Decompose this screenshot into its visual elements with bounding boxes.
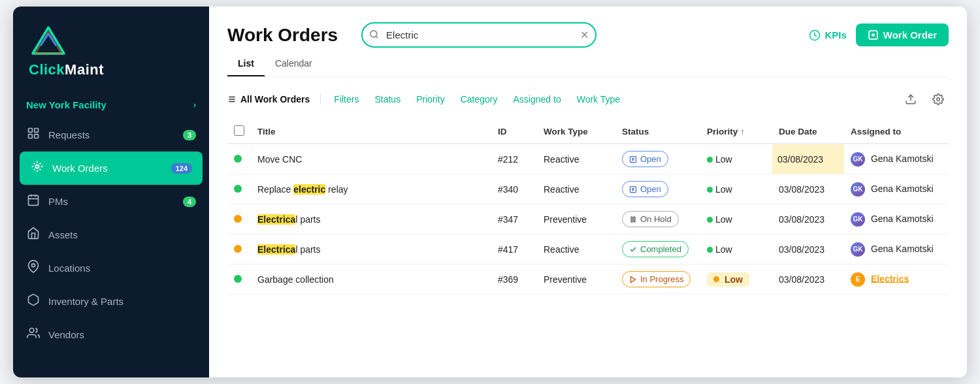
row-checkbox-cell bbox=[227, 204, 251, 234]
filter-btn-filters[interactable]: Filters bbox=[326, 91, 367, 107]
row-indicator bbox=[234, 185, 242, 193]
requests-badge: 3 bbox=[183, 130, 196, 140]
vendors-label: Vendors bbox=[48, 329, 84, 340]
nav-item-assets[interactable]: Assets bbox=[13, 218, 209, 251]
row-id-cell: #212 bbox=[491, 144, 537, 174]
pms-badge: 4 bbox=[183, 197, 196, 207]
row-status-cell: On Hold bbox=[615, 204, 700, 234]
top-right-actions: KPIs Work Order bbox=[809, 24, 949, 46]
row-priority-cell: Low bbox=[700, 234, 772, 264]
settings-icon[interactable] bbox=[928, 89, 949, 110]
col-status: Status bbox=[615, 120, 700, 144]
filter-btn-priority[interactable]: Priority bbox=[408, 91, 453, 107]
tabs-row: List Calendar bbox=[227, 54, 949, 77]
work-orders-icon bbox=[30, 160, 44, 176]
row-checkbox-cell bbox=[227, 174, 251, 204]
tab-calendar[interactable]: Calendar bbox=[265, 54, 323, 76]
nav-item-work-orders[interactable]: Work Orders 124 bbox=[20, 152, 203, 185]
filter-btn-worktype[interactable]: Work Type bbox=[569, 91, 628, 107]
col-title: Title bbox=[251, 120, 491, 144]
row-priority-cell: Low bbox=[700, 144, 772, 174]
avatar: GK bbox=[851, 242, 865, 257]
row-title-cell: Replace electric relay bbox=[251, 174, 491, 204]
requests-label: Requests bbox=[48, 129, 90, 140]
all-work-orders-filter[interactable]: All Work Orders bbox=[227, 94, 321, 104]
export-icon[interactable] bbox=[900, 89, 921, 110]
work-orders-table: Title ID Work Type Status Priority ↑ Due… bbox=[227, 120, 949, 295]
work-orders-badge: 124 bbox=[171, 163, 192, 174]
select-all-checkbox[interactable] bbox=[234, 125, 244, 136]
logo-maint: Maint bbox=[65, 61, 104, 78]
row-indicator bbox=[234, 275, 242, 283]
main-content: Work Orders ✕ KPIs Work Order bbox=[209, 7, 967, 377]
tab-list[interactable]: List bbox=[227, 54, 265, 76]
status-badge: Completed bbox=[622, 241, 689, 257]
table-row: Electrical parts #347 Preventive On Hold… bbox=[227, 204, 949, 234]
nav-item-vendors[interactable]: Vendors bbox=[13, 318, 209, 351]
col-priority[interactable]: Priority ↑ bbox=[700, 120, 772, 144]
svg-rect-21 bbox=[634, 217, 635, 222]
logo-text: ClickMaint bbox=[29, 61, 104, 78]
svg-rect-5 bbox=[35, 135, 39, 138]
row-priority-cell: Low bbox=[700, 264, 772, 295]
row-checkbox-cell bbox=[227, 234, 251, 264]
priority-sort-btn[interactable]: Priority ↑ bbox=[707, 127, 744, 136]
col-due-date: Due Date bbox=[772, 120, 844, 144]
avatar: GK bbox=[851, 212, 865, 227]
row-assigned-cell: E Electrics bbox=[844, 264, 949, 295]
status-badge: In Progress bbox=[622, 271, 691, 287]
status-badge: Open bbox=[622, 151, 668, 167]
search-highlight: electric bbox=[293, 184, 325, 195]
locations-label: Locations bbox=[48, 263, 90, 274]
svg-rect-3 bbox=[35, 129, 39, 133]
search-icon bbox=[369, 29, 379, 41]
row-id-cell: #340 bbox=[491, 174, 537, 204]
row-date-cell: 03/08/2023 bbox=[772, 264, 844, 295]
assets-label: Assets bbox=[48, 229, 78, 240]
status-badge: On Hold bbox=[622, 211, 679, 227]
nav-item-inventory[interactable]: Inventory & Parts bbox=[13, 285, 209, 318]
select-all-header bbox=[227, 120, 251, 144]
col-id: ID bbox=[491, 120, 537, 144]
svg-marker-22 bbox=[631, 276, 636, 282]
filter-btn-assigned[interactable]: Assigned to bbox=[506, 91, 569, 107]
nav-item-requests[interactable]: Requests 3 bbox=[13, 118, 209, 152]
search-highlight: Electrica bbox=[257, 244, 295, 255]
requests-icon bbox=[26, 127, 41, 143]
priority-highlighted: Low bbox=[707, 272, 749, 287]
avatar: GK bbox=[851, 152, 865, 167]
row-work-type-cell: Reactive bbox=[537, 174, 615, 204]
row-status-cell: Open bbox=[615, 144, 700, 174]
avatar: GK bbox=[851, 182, 865, 197]
facility-selector[interactable]: New York Facility › bbox=[13, 91, 209, 118]
electrics-link[interactable]: Electrics bbox=[871, 273, 909, 283]
row-date-cell: 03/08/2023 bbox=[772, 204, 844, 234]
facility-name: New York Facility bbox=[26, 99, 106, 110]
table-body: Move CNC #212 Reactive Open Low 03/ bbox=[227, 144, 949, 295]
avatar-electrics: E bbox=[851, 272, 865, 287]
sidebar: ClickMaint New York Facility › Requests … bbox=[13, 7, 209, 377]
svg-point-8 bbox=[32, 264, 35, 267]
search-input[interactable] bbox=[361, 22, 596, 48]
row-checkbox-cell bbox=[227, 144, 251, 174]
filter-btn-category[interactable]: Category bbox=[453, 91, 506, 107]
row-date-cell: 03/08/2023 bbox=[772, 144, 844, 174]
row-title-cell: Electrical parts bbox=[251, 234, 491, 264]
nav-item-locations[interactable]: Locations bbox=[13, 251, 209, 285]
svg-point-6 bbox=[36, 165, 39, 168]
row-assigned-cell: GK Gena Kamotski bbox=[844, 174, 949, 204]
svg-point-10 bbox=[370, 30, 377, 37]
pms-icon bbox=[26, 193, 41, 210]
col-assigned-to: Assigned to bbox=[844, 120, 949, 144]
search-clear-icon[interactable]: ✕ bbox=[580, 29, 589, 41]
row-priority-cell: Low bbox=[700, 174, 772, 204]
page-title: Work Orders bbox=[227, 25, 338, 46]
row-work-type-cell: Preventive bbox=[537, 204, 615, 234]
nav-item-pms[interactable]: PMs 4 bbox=[13, 185, 209, 218]
add-work-order-button[interactable]: Work Order bbox=[856, 24, 949, 46]
filter-btn-status[interactable]: Status bbox=[367, 91, 408, 107]
kpis-button[interactable]: KPIs bbox=[809, 29, 846, 41]
row-assigned-cell: GK Gena Kamotski bbox=[844, 144, 949, 174]
search-highlight: Electrica bbox=[257, 214, 295, 225]
svg-rect-20 bbox=[631, 217, 632, 222]
